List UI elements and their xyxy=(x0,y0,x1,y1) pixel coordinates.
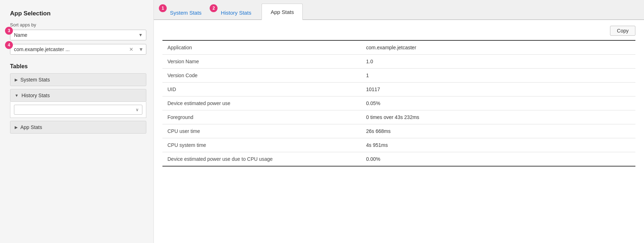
table-group-header-history-stats[interactable]: ▼ History Stats xyxy=(10,89,146,102)
tab-container-history-stats: 2 History Stats xyxy=(212,4,262,19)
table-row: CPU user time26s 668ms xyxy=(162,124,635,138)
app-stats-table: Applicationcom.example.jetcasterVersion … xyxy=(162,40,635,167)
tab-system-stats-label: System Stats xyxy=(170,10,201,16)
table-cell-key: CPU user time xyxy=(162,124,361,138)
badge-4: 4 xyxy=(5,41,13,49)
table-cell-key: Device estimated power use due to CPU us… xyxy=(162,152,361,167)
table-cell-value: 26s 668ms xyxy=(361,124,635,138)
table-group-app-stats: ▶ App Stats xyxy=(10,121,146,134)
tab-app-stats-label: App Stats xyxy=(270,9,294,15)
tabs-bar: 1 System Stats 2 History Stats App Stats xyxy=(154,0,644,20)
table-row: Version Name1.0 xyxy=(162,55,635,69)
app-filter-icons: ✕ ▼ xyxy=(127,46,146,53)
app-filter-wrapper: ✕ ▼ xyxy=(10,44,146,55)
table-cell-key: UID xyxy=(162,83,361,96)
history-stats-label: History Stats xyxy=(21,93,50,98)
tables-heading: Tables xyxy=(10,63,146,70)
main-container: App Selection Sort apps by 3 Name Packag… xyxy=(0,0,644,243)
table-cell-value: 10117 xyxy=(361,83,635,96)
badge-3: 3 xyxy=(5,27,13,35)
clear-filter-icon[interactable]: ✕ xyxy=(127,46,136,53)
copy-bar: Copy xyxy=(162,26,635,36)
app-stats-arrow-icon: ▶ xyxy=(15,125,18,130)
table-cell-key: Application xyxy=(162,40,361,55)
table-group-header-app-stats[interactable]: ▶ App Stats xyxy=(10,121,146,134)
right-panel: 1 System Stats 2 History Stats App Stats xyxy=(154,0,644,243)
table-row: Version Code1 xyxy=(162,69,635,83)
sort-select-wrapper: Name Package UID ▼ xyxy=(10,30,146,40)
tab-app-stats[interactable]: App Stats xyxy=(262,4,303,20)
table-row: Foreground0 times over 43s 232ms xyxy=(162,110,635,124)
table-cell-value: 4s 951ms xyxy=(361,138,635,152)
table-cell-value: 0.05% xyxy=(361,96,635,110)
table-row: Applicationcom.example.jetcaster xyxy=(162,40,635,55)
app-stats-label: App Stats xyxy=(20,124,42,130)
history-stats-select[interactable] xyxy=(14,105,142,115)
content-area: Copy Applicationcom.example.jetcasterVer… xyxy=(154,20,644,243)
table-cell-key: Foreground xyxy=(162,110,361,124)
sort-select[interactable]: Name Package UID xyxy=(10,30,146,40)
tab-history-stats[interactable]: History Stats xyxy=(212,4,260,20)
app-filter-input[interactable] xyxy=(10,44,146,55)
tab-container-system-stats: 1 System Stats xyxy=(161,4,212,19)
table-cell-key: Device estimated power use xyxy=(162,96,361,110)
left-panel: App Selection Sort apps by 3 Name Packag… xyxy=(0,0,154,243)
table-cell-value: 1 xyxy=(361,69,635,83)
system-stats-arrow-icon: ▶ xyxy=(15,78,18,82)
table-cell-key: CPU system time xyxy=(162,138,361,152)
table-group-system-stats: ▶ System Stats xyxy=(10,73,146,86)
table-cell-value: 0 times over 43s 232ms xyxy=(361,110,635,124)
table-row: Device estimated power use0.05% xyxy=(162,96,635,110)
copy-button[interactable]: Copy xyxy=(610,26,635,36)
table-row: CPU system time4s 951ms xyxy=(162,138,635,152)
system-stats-label: System Stats xyxy=(20,77,50,83)
history-stats-inner: ∨ xyxy=(14,105,142,115)
sort-label: Sort apps by xyxy=(10,22,146,28)
table-group-header-system-stats[interactable]: ▶ System Stats xyxy=(10,73,146,86)
app-selection-heading: App Selection xyxy=(10,10,146,17)
table-cell-key: Version Code xyxy=(162,69,361,83)
table-cell-value: com.example.jetcaster xyxy=(361,40,635,55)
table-cell-value: 1.0 xyxy=(361,55,635,69)
table-row: UID10117 xyxy=(162,83,635,96)
history-stats-body: ∨ xyxy=(10,102,146,118)
table-group-history-stats: ▼ History Stats ∨ xyxy=(10,89,146,118)
tab-history-stats-label: History Stats xyxy=(221,10,251,16)
table-row: Device estimated power use due to CPU us… xyxy=(162,152,635,167)
table-cell-value: 0.00% xyxy=(361,152,635,167)
tab-system-stats[interactable]: System Stats xyxy=(161,4,210,20)
app-filter-dropdown-icon[interactable]: ▼ xyxy=(136,46,146,53)
table-cell-key: Version Name xyxy=(162,55,361,69)
tab-container-app-stats: App Stats xyxy=(262,3,304,19)
history-stats-arrow-icon: ▼ xyxy=(15,93,19,98)
